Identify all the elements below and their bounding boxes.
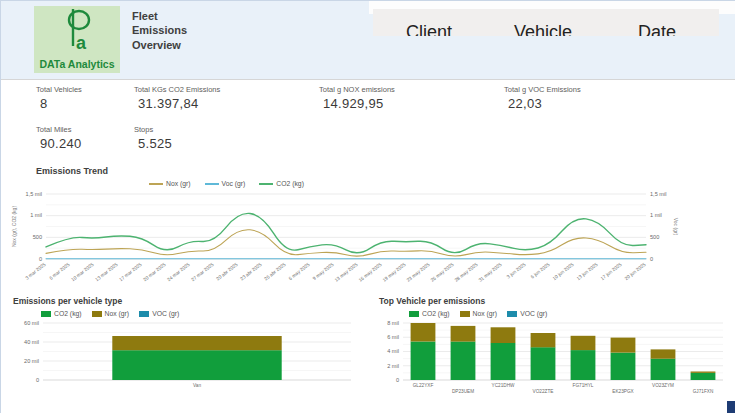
vehicle-type-legend: CO2 (kg)Nox (gr)VOC (gr) xyxy=(41,310,179,317)
y-tick-label: 0 xyxy=(396,377,399,383)
legend-item-nox-gr-[interactable]: Nox (gr) xyxy=(149,180,191,187)
x-category-label: VO22ZTE xyxy=(533,389,554,394)
bar-segment-FG71HYL[interactable] xyxy=(571,350,596,380)
bar-segment-GJ71FXN[interactable] xyxy=(691,372,716,373)
x-tick-label: 16 may 2025 xyxy=(358,262,383,283)
x-category-label: EK23PGX xyxy=(612,389,634,394)
legend-swatch-icon xyxy=(460,311,470,317)
kpi-total-miles: Total Miles 90.240 xyxy=(36,125,82,151)
bar-segment-GL22YXF[interactable] xyxy=(411,323,436,342)
legend-item-voc-gr-[interactable]: VOC (gr) xyxy=(507,310,547,317)
x-tick-label: 9 may 2025 xyxy=(312,262,335,282)
x-tick-label: 23 may 2025 xyxy=(406,262,431,283)
bar-segment-VO22ZTE[interactable] xyxy=(531,333,556,347)
legend-item-nox-gr-[interactable]: Nox (gr) xyxy=(460,310,498,317)
kpi-value: 5.525 xyxy=(134,136,172,151)
bar-segment-VO23ZYM[interactable] xyxy=(651,349,676,358)
legend-swatch-icon xyxy=(41,311,51,317)
legend-item-voc-gr-[interactable]: VOC (gr) xyxy=(139,310,179,317)
y-tick-label-right: 500 xyxy=(650,234,659,240)
x-tick-label: 26 abr 2025 xyxy=(263,262,287,282)
bar-segment-FG71HYL[interactable] xyxy=(571,336,596,350)
legend-item-co2-kg-[interactable]: CO2 (kg) xyxy=(409,310,450,317)
bar-segment-Van[interactable] xyxy=(112,350,281,380)
x-category-label: Van xyxy=(193,383,201,388)
page-title-line-2: Emissions xyxy=(132,23,187,37)
trend-line-nox-gr-[interactable] xyxy=(46,230,646,256)
kpi-label: Total g VOC Emissions xyxy=(504,85,581,94)
trend-legend: Nox (gr)Voc (gr)CO2 (kg) xyxy=(149,180,304,187)
legend-label: CO2 (kg) xyxy=(54,310,82,317)
bar-segment-Van[interactable] xyxy=(112,336,281,350)
x-tick-label: 10 mar 2025 xyxy=(70,262,95,283)
y-tick-label: 500 xyxy=(33,234,42,240)
legend-item-voc-gr-[interactable]: Voc (gr) xyxy=(205,180,246,187)
legend-swatch-icon xyxy=(92,311,102,317)
top-vehicle-chart-svg[interactable]: 8 mil6 mil4 mil2 mil0GL22YXFDP23UEMYC21D… xyxy=(373,318,733,412)
legend-swatch-icon xyxy=(149,183,163,185)
bar-segment-YC21DHW[interactable] xyxy=(491,327,516,343)
x-tick-label: 6 mar 2025 xyxy=(48,262,70,281)
vehicle-type-chart-svg[interactable]: 60 mil40 mil20 mil0Van xyxy=(7,318,363,412)
filter-date[interactable]: Date xyxy=(638,22,676,36)
bar-segment-GL22YXF[interactable] xyxy=(411,342,436,381)
y-tick-label: 4 mil xyxy=(387,348,399,354)
bar-segment-GJ71FXN[interactable] xyxy=(691,373,716,380)
x-tick-label: 6 may 2025 xyxy=(288,262,311,282)
legend-item-nox-gr-[interactable]: Nox (gr) xyxy=(92,310,130,317)
bar-segment-DP23UEM[interactable] xyxy=(451,326,476,342)
kpi-label: Total Vehicles xyxy=(36,85,82,94)
x-tick-label: 26 may 2025 xyxy=(430,262,455,283)
y-axis-right-title: Voc (gr) xyxy=(673,218,679,236)
y-axis-left-title: Nox (gr), CO2 (kg) xyxy=(11,206,17,247)
x-category-label: VO23ZYM xyxy=(652,383,674,388)
x-tick-label: 13 may 2025 xyxy=(334,262,359,283)
filter-bar: Client Vehicle Date xyxy=(373,9,719,36)
top-vehicle-chart-title: Top Vehicle per emissions xyxy=(379,296,485,306)
x-category-label: FG71HYL xyxy=(573,383,594,388)
filter-client[interactable]: Client xyxy=(406,22,452,36)
kpi-total-voc: Total g VOC Emissions 22,03 xyxy=(504,85,581,111)
y-tick-label: 6 mil xyxy=(387,334,399,340)
legend-item-co2-kg-[interactable]: CO2 (kg) xyxy=(41,310,82,317)
x-tick-label: 23 abr 2025 xyxy=(239,262,263,282)
y-tick-label: 2 mil xyxy=(387,363,399,369)
desktop-corner xyxy=(727,401,735,413)
filter-vehicle[interactable]: Vehicle xyxy=(514,22,572,36)
vehicle-type-chart-title: Emissions per vehicle type xyxy=(13,296,122,306)
x-tick-label: 3 mar 2025 xyxy=(24,262,46,281)
legend-label: CO2 (kg) xyxy=(276,180,304,187)
trend-chart-svg[interactable]: 1,5 mil1,5 mil1 mil1 mil50050000Nox (gr)… xyxy=(6,187,706,291)
bar-segment-DP23UEM[interactable] xyxy=(451,342,476,381)
kpi-label: Stops xyxy=(134,125,172,134)
page-title-line-1: Fleet xyxy=(132,9,187,23)
legend-label: Nox (gr) xyxy=(166,180,191,187)
y-tick-label: 60 mil xyxy=(24,320,39,326)
x-tick-label: 20 jun 2025 xyxy=(624,262,647,282)
kpi-label: Total g NOX emissions xyxy=(319,85,395,94)
x-tick-label: 17 jun 2025 xyxy=(600,262,623,282)
y-tick-label: 1 mil xyxy=(30,212,42,218)
y-tick-label: 8 mil xyxy=(387,320,399,326)
bar-segment-EK23PGX[interactable] xyxy=(611,353,636,380)
legend-swatch-icon xyxy=(205,183,219,185)
kpi-value: 8 xyxy=(36,96,82,111)
legend-label: Nox (gr) xyxy=(105,310,130,317)
kpi-total-vehicles: Total Vehicles 8 xyxy=(36,85,82,111)
bar-segment-VO22ZTE[interactable] xyxy=(531,347,556,380)
brand-name: DATa Analytics xyxy=(39,58,114,70)
bar-segment-EK23PGX[interactable] xyxy=(611,338,636,353)
x-tick-label: 31 may 2025 xyxy=(478,262,503,283)
page-title: Fleet Emissions Overview xyxy=(132,9,187,52)
legend-swatch-icon xyxy=(409,311,419,317)
legend-item-co2-kg-[interactable]: CO2 (kg) xyxy=(259,180,304,187)
bar-segment-VO23ZYM[interactable] xyxy=(651,359,676,380)
top-vehicle-legend: CO2 (kg)Nox (gr)VOC (gr) xyxy=(409,310,547,317)
kpi-stops: Stops 5.525 xyxy=(134,125,172,151)
x-tick-label: 10 jun 2025 xyxy=(552,262,575,282)
x-tick-label: 28 may 2025 xyxy=(454,262,479,283)
trend-line-co2-kg-[interactable] xyxy=(46,213,646,252)
y-tick-label: 1,5 mil xyxy=(26,191,42,197)
x-tick-label: 20 mar 2025 xyxy=(142,262,167,283)
bar-segment-YC21DHW[interactable] xyxy=(491,343,516,380)
